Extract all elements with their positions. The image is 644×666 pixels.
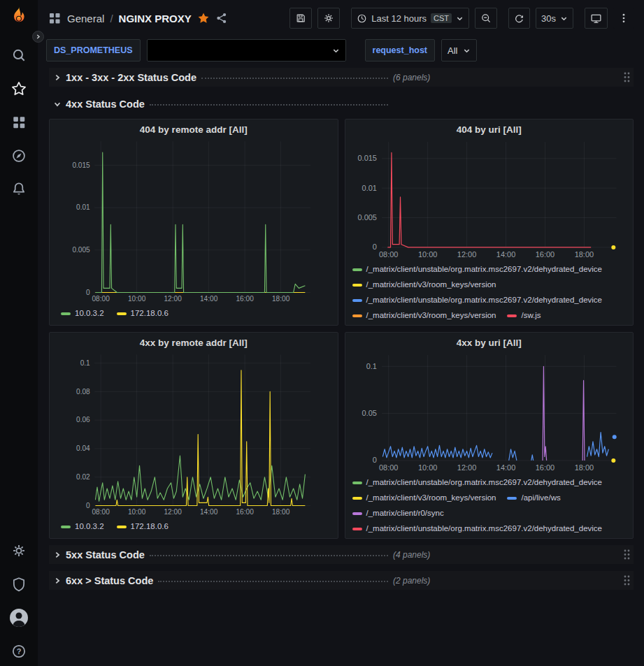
sidebar-item-explore[interactable] [8, 145, 29, 166]
sidebar-item-search[interactable] [8, 45, 29, 66]
legend-label: /sw.js [521, 308, 541, 321]
time-range-picker[interactable]: Last 12 hours CST [351, 8, 469, 29]
search-icon [11, 48, 27, 63]
sidebar-expand-button[interactable] [32, 31, 44, 43]
legend-swatch [117, 312, 127, 315]
row-drag-handle-icon[interactable] [623, 71, 631, 83]
chart-legend: /_matrix/client/unstable/org.matrix.msc2… [352, 473, 627, 534]
legend-item[interactable]: /_matrix/client/r0/sync [352, 506, 444, 521]
legend-item[interactable]: 10.0.3.2 [61, 519, 104, 534]
svg-text:0: 0 [372, 456, 376, 464]
legend-item[interactable]: 172.18.0.6 [117, 519, 169, 534]
timeseries-chart[interactable]: 08:0010:0012:0014:0016:0018:0000.050.1 [352, 349, 627, 473]
row-header-5xx[interactable]: 5xx Status Code (4 panels) [49, 545, 634, 564]
variable-label-request-host[interactable]: request_host [365, 39, 436, 61]
more-options-button[interactable] [613, 8, 634, 29]
row-toggle: 6xx > Status Code [49, 575, 393, 586]
sidebar-item-starred[interactable] [8, 78, 29, 99]
grafana-logo[interactable] [8, 6, 29, 27]
zoom-out-icon [480, 13, 492, 24]
legend-item[interactable]: /_matrix/client/unstable/org.matrix.msc2… [352, 475, 603, 490]
sidebar-item-help[interactable]: ? [8, 641, 29, 662]
dashboard-toolbar: Last 12 hours CST 30s [289, 8, 634, 29]
svg-text:12:00: 12:00 [164, 508, 182, 516]
kiosk-mode-button[interactable] [585, 8, 608, 29]
legend-label: /_matrix/client/v3/room_keys/version [366, 308, 496, 321]
chart-wrap: 08:0010:0012:0014:0016:0018:0000.020.040… [57, 349, 331, 517]
row-header-6xx[interactable]: 6xx > Status Code (2 panels) [49, 571, 634, 590]
legend-item[interactable]: /api/live/ws [507, 491, 560, 505]
breadcrumb: General / NGINX PROXY [48, 11, 228, 25]
refresh-interval-picker[interactable]: 30s [536, 8, 573, 29]
row-drag-handle-icon[interactable] [623, 549, 631, 560]
row-title: 5xx Status Code [66, 549, 145, 560]
panel-title[interactable]: 4xx by uri [All] [352, 335, 627, 349]
row-dotted-leader [158, 581, 388, 582]
svg-text:0.01: 0.01 [362, 184, 376, 192]
row-header-4xx[interactable]: 4xx Status Code [49, 94, 634, 113]
legend-item[interactable]: /_matrix/client/v3/room_keys/version [352, 277, 496, 292]
timeseries-chart[interactable]: 08:0010:0012:0014:0016:0018:0000.0050.01… [57, 136, 331, 304]
save-dashboard-button[interactable] [289, 8, 312, 29]
refresh-button[interactable] [508, 8, 530, 29]
legend-item[interactable]: /_matrix/client/v3/room_keys/version [352, 308, 496, 321]
zoom-out-time-button[interactable] [475, 8, 497, 29]
svg-text:14:00: 14:00 [496, 463, 515, 472]
sidebar-item-dashboards[interactable] [8, 112, 29, 133]
svg-text:12:00: 12:00 [457, 463, 475, 472]
variable-label-ds-prometheus[interactable]: DS_PROMETHEUS [46, 39, 141, 61]
legend-swatch [117, 526, 127, 528]
legend-item[interactable]: /_matrix/client/unstable/org.matrix.msc2… [352, 293, 603, 307]
grafana-flame-icon [8, 6, 29, 27]
svg-text:08:00: 08:00 [92, 295, 110, 303]
row-dotted-leader [150, 104, 388, 106]
svg-text:0: 0 [86, 502, 90, 509]
legend-label: /api/live/ws [521, 491, 560, 505]
panel-title[interactable]: 404 by uri [All] [352, 122, 627, 136]
clock-icon [357, 13, 367, 24]
legend-item[interactable]: /_matrix/client/v3/room_keys/version [352, 491, 496, 505]
dashboards-grid-icon [11, 115, 27, 130]
kebab-menu-icon [618, 13, 629, 24]
timeseries-chart[interactable]: 08:0010:0012:0014:0016:0018:0000.0050.01… [352, 136, 627, 260]
top-navbar: General / NGINX PROXY [38, 0, 644, 36]
chart-wrap: 08:0010:0012:0014:0016:0018:0000.0050.01… [57, 136, 331, 304]
svg-text:0.005: 0.005 [357, 213, 376, 222]
legend-item[interactable]: 172.18.0.6 [117, 306, 169, 321]
sidebar-item-profile[interactable] [8, 607, 29, 628]
svg-text:08:00: 08:00 [379, 250, 398, 259]
timeseries-chart[interactable]: 08:0010:0012:0014:0016:0018:0000.020.040… [57, 349, 331, 517]
legend-item[interactable]: /_matrix/client/unstable/org.matrix.msc2… [352, 262, 603, 277]
legend-item[interactable]: /sw.js [507, 308, 541, 321]
legend-label: /_matrix/client/unstable/org.matrix.msc2… [366, 475, 603, 490]
variable-host-value: All [448, 45, 457, 56]
legend-swatch [507, 314, 517, 317]
dashboard-title[interactable]: NGINX PROXY [119, 13, 192, 24]
dashboard-settings-button[interactable] [317, 8, 340, 29]
row-header-1xx[interactable]: 1xx - 3xx - 2xx Status Code (6 panels) [49, 68, 634, 87]
legend-item[interactable]: 10.0.3.2 [61, 306, 104, 321]
panel-title[interactable]: 404 by remote addr [All] [57, 122, 331, 136]
svg-text:16:00: 16:00 [236, 295, 254, 303]
refresh-icon [514, 13, 524, 24]
compass-icon [11, 148, 27, 164]
chevron-right-icon [53, 73, 62, 82]
svg-text:0.08: 0.08 [76, 388, 90, 396]
chevron-down-icon [332, 47, 340, 55]
sidebar-item-alerting[interactable] [8, 179, 29, 200]
panel-title[interactable]: 4xx by remote addr [All] [57, 335, 331, 349]
sidebar-item-server-admin[interactable] [8, 574, 29, 595]
row-drag-handle-icon[interactable] [623, 574, 631, 586]
sidebar-item-configuration[interactable] [8, 540, 29, 561]
row-dotted-leader [201, 78, 388, 79]
legend-item[interactable]: /_matrix/client/unstable/org.matrix.msc2… [352, 521, 603, 534]
breadcrumb-section[interactable]: General [67, 13, 104, 24]
favorite-star-icon[interactable] [197, 12, 210, 24]
legend-label: 172.18.0.6 [131, 519, 169, 534]
legend-label: 10.0.3.2 [75, 519, 104, 534]
svg-text:0.04: 0.04 [76, 444, 90, 452]
chart-wrap: 08:0010:0012:0014:0016:0018:0000.050.1 [352, 349, 627, 473]
share-icon[interactable] [215, 12, 228, 24]
variable-value-ds-prometheus[interactable] [147, 39, 346, 61]
variable-value-request-host[interactable]: All [441, 39, 477, 61]
